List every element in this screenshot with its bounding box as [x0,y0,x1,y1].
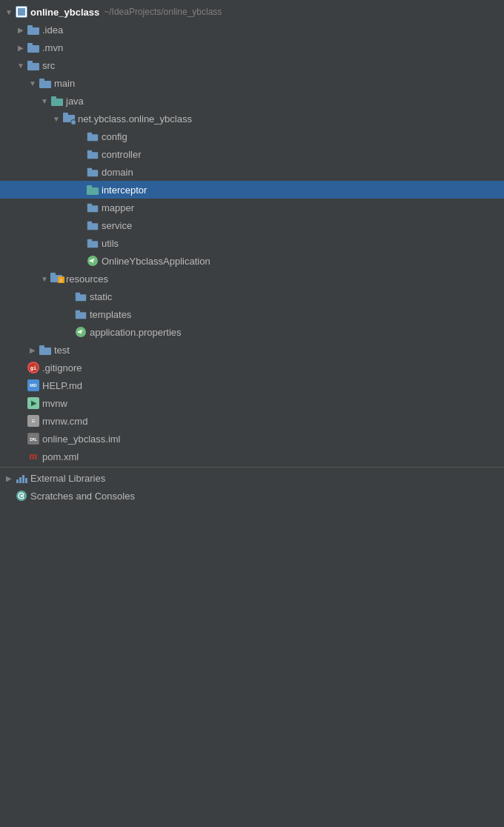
folder-icon-static [74,290,87,302]
expand-arrow-extlib[interactable] [3,472,15,484]
svg-text:gi: gi [30,365,36,371]
tree-item-mvnw[interactable]: ▶ mvnw [0,394,504,412]
script-icon-mvnw: ▶ [27,397,40,409]
tree-item-application[interactable]: OnlineYbclassApplication [0,252,504,270]
tree-item-mvnwcmd[interactable]: ≡ mvnw.cmd [0,412,504,430]
tree-item-domain[interactable]: domain [0,163,504,181]
project-path-hint: ~/IdeaProjects/online_ybclass [104,7,222,17]
cmd-icon-mvnwcmd: ≡ [27,415,40,427]
tree-item-net[interactable]: net.ybclass.online_ybclass [0,110,504,127]
folder-icon-mapper [86,202,99,213]
expand-arrow-java[interactable] [39,95,50,107]
expand-arrow-resources[interactable] [39,273,50,285]
no-arrow-service [74,219,86,231]
tree-item-mapper[interactable]: mapper [0,199,504,216]
expand-arrow-net[interactable] [50,113,62,124]
no-arrow-mvnw [15,397,27,409]
expand-arrow-mvn[interactable] [15,41,27,53]
controller-label: controller [102,149,141,160]
extlib-label: External Libraries [30,473,105,484]
domain-label: domain [102,167,133,178]
no-arrow-helpmd [15,379,27,391]
project-root-icon [15,6,28,18]
tree-item-helpmd[interactable]: MD HELP.md [0,376,504,394]
tree-item-resources[interactable]: ≡ resources [0,270,504,288]
tree-item-idea[interactable]: .idea [0,21,504,39]
folder-icon-domain [86,166,99,178]
no-arrow-mapper [74,202,86,213]
tree-item-iml[interactable]: IML online_ybclass.iml [0,430,504,448]
maven-icon: m [27,451,40,462]
gitignore-label: .gitignore [42,362,82,373]
no-arrow-interceptor [74,184,86,196]
tree-item-utils[interactable]: utils [0,234,504,252]
tree-item-mvn[interactable]: .mvn [0,39,504,56]
tree-item-main[interactable]: main [0,74,504,92]
config-label: config [102,131,127,142]
pomxml-label: pom.xml [42,451,79,462]
mvnwcmd-label: mvnw.cmd [42,416,87,427]
folder-icon-net [62,113,76,124]
expand-arrow-test[interactable] [27,344,39,356]
scratches-icon [15,490,28,502]
tree-item-appprop[interactable]: application.properties [0,323,504,341]
src-label: src [42,60,55,71]
extlib-icon [15,472,28,484]
no-arrow-templates [62,308,74,320]
folder-icon-idea [27,24,40,36]
folder-icon-src [27,59,40,71]
no-arrow-controller [74,148,86,160]
tree-item-gitignore[interactable]: gi .gitignore [0,359,504,376]
no-arrow-iml [15,433,27,445]
no-arrow-gitignore [15,362,27,373]
spring-app-icon [86,255,99,267]
tree-item-config[interactable]: config [0,127,504,145]
iml-icon: IML [27,433,40,445]
no-arrow-domain [74,166,86,178]
folder-icon-interceptor [86,184,99,196]
mvn-label: .mvn [42,42,63,53]
file-tree: online_ybclass ~/IdeaProjects/online_ybc… [0,0,504,508]
folder-icon-mvn [27,41,40,53]
expand-arrow-main[interactable] [27,77,39,89]
svg-point-1 [90,260,91,262]
tree-item-controller[interactable]: controller [0,145,504,163]
svg-point-3 [78,331,79,333]
folder-icon-config [86,130,99,142]
tree-item-root[interactable]: online_ybclass ~/IdeaProjects/online_ybc… [0,3,504,21]
tree-item-pomxml[interactable]: m pom.xml [0,448,504,465]
tree-item-test[interactable]: test [0,341,504,359]
no-arrow-static [62,290,74,302]
net-label: net.ybclass.online_ybclass [78,113,192,124]
folder-icon-templates [74,308,87,320]
tree-item-scratches[interactable]: Scratches and Consoles [0,487,504,505]
test-label: test [54,345,70,356]
tree-item-extlib[interactable]: External Libraries [0,469,504,487]
tree-item-interceptor[interactable]: interceptor [0,181,504,199]
tree-item-templates[interactable]: templates [0,305,504,323]
expand-arrow-root[interactable] [3,6,15,18]
iml-label: online_ybclass.iml [42,434,121,445]
scratches-label: Scratches and Consoles [30,491,135,502]
mvnw-label: mvnw [42,398,67,409]
no-arrow-appprop [62,326,74,338]
tree-item-src[interactable]: src [0,56,504,74]
folder-icon-service [86,219,99,231]
idea-label: .idea [42,24,63,36]
utils-label: utils [102,238,119,249]
mapper-label: mapper [102,202,134,213]
tree-item-java[interactable]: java [0,92,504,110]
tree-item-static[interactable]: static [0,288,504,305]
application-label: OnlineYbclassApplication [102,256,210,267]
expand-arrow-idea[interactable] [15,24,27,36]
project-name-label: online_ybclass [30,7,99,18]
no-arrow-utils [74,237,86,249]
spring-props-icon [74,326,87,338]
tree-item-service[interactable]: service [0,216,504,234]
appprop-label: application.properties [90,327,182,338]
folder-icon-java [50,95,64,107]
md-icon: MD [27,379,40,391]
service-label: service [102,220,132,231]
expand-arrow-src[interactable] [15,59,27,71]
svg-text:IML: IML [30,437,38,442]
